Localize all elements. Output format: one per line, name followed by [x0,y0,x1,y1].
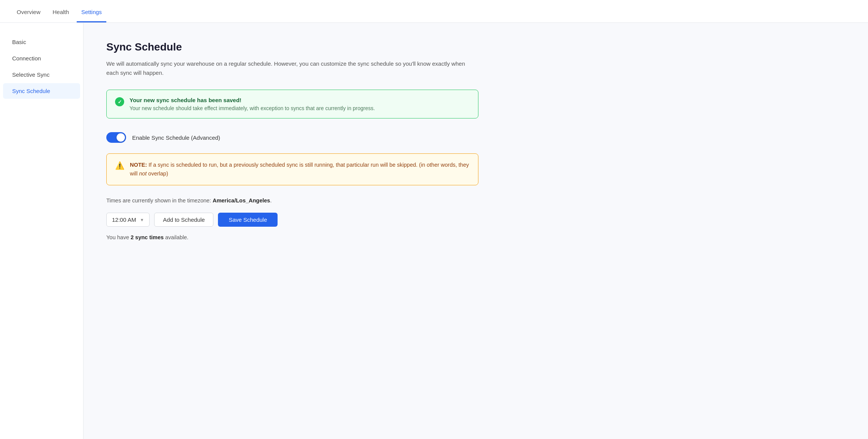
main-content: Sync Schedule We will automatically sync… [84,23,501,439]
tab-overview[interactable]: Overview [12,9,45,22]
warning-note-italic: not [139,171,147,177]
success-heading: Your new sync schedule has been saved! [129,97,375,103]
warning-alert: ⚠️ NOTE: If a sync is scheduled to run, … [106,153,478,185]
warning-note-end: overlap) [147,171,168,177]
time-value: 12:00 AM [112,216,136,223]
sync-available-text: You have 2 sync times available. [106,234,478,240]
warning-note-label: NOTE: [130,162,147,168]
success-icon [115,97,124,106]
sidebar: BasicConnectionSelective SyncSync Schedu… [0,23,84,439]
time-dropdown[interactable]: 12:00 AM ▼ [106,213,150,227]
timezone-line: Times are currently shown in the timezon… [106,197,478,204]
warning-text: NOTE: If a sync is scheduled to run, but… [130,161,470,178]
sync-available-suffix: available. [164,234,188,240]
schedule-controls: 12:00 AM ▼ Add to Schedule Save Schedule [106,213,478,227]
sidebar-item-basic[interactable]: Basic [3,34,80,50]
main-layout: BasicConnectionSelective SyncSync Schedu… [0,23,868,439]
sidebar-item-sync-schedule[interactable]: Sync Schedule [3,83,80,99]
sync-available-count: 2 sync times [131,234,164,240]
tab-settings[interactable]: Settings [77,9,106,22]
sync-available-prefix: You have [106,234,131,240]
success-alert: Your new sync schedule has been saved! Y… [106,90,478,118]
dropdown-arrow-icon: ▼ [140,218,144,222]
enable-sync-toggle[interactable] [106,132,126,143]
warning-note-text: If a sync is scheduled to run, but a pre… [130,162,469,177]
toggle-row: Enable Sync Schedule (Advanced) [106,132,478,143]
sidebar-item-selective-sync[interactable]: Selective Sync [3,67,80,82]
page-title: Sync Schedule [106,41,478,53]
timezone-value: America/Los_Angeles [213,197,270,204]
toggle-label: Enable Sync Schedule (Advanced) [132,134,220,141]
add-to-schedule-button[interactable]: Add to Schedule [154,213,213,227]
tab-health[interactable]: Health [48,9,74,22]
warning-icon: ⚠️ [115,161,125,170]
page-description: We will automatically sync your warehous… [106,59,478,77]
top-nav: OverviewHealthSettings [0,0,868,23]
save-schedule-button[interactable]: Save Schedule [218,213,278,227]
success-body: Your new schedule should take effect imm… [129,105,375,111]
sidebar-item-connection[interactable]: Connection [3,51,80,66]
timezone-prefix: Times are currently shown in the timezon… [106,197,213,204]
